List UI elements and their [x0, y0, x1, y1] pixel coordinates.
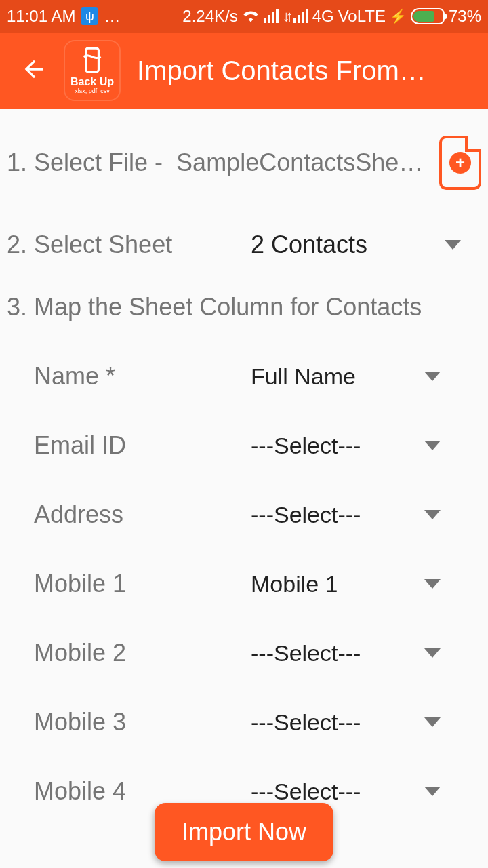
chevron-down-icon — [424, 787, 441, 796]
field-value-address: ---Select--- — [251, 502, 361, 528]
field-label-mobile1: Mobile 1 — [34, 570, 251, 598]
field-label-mobile3: Mobile 3 — [34, 708, 251, 736]
more-icon: … — [104, 7, 121, 26]
field-row-address: Address ---Select--- — [7, 480, 481, 549]
field-row-mobile3: Mobile 3 ---Select--- — [7, 688, 481, 757]
battery-icon — [411, 8, 445, 24]
field-label-mobile2: Mobile 2 — [34, 639, 251, 667]
select-file-label: 1. Select File - — [7, 149, 163, 177]
select-sheet-value: 2 Contacts — [251, 231, 367, 259]
field-dropdown-mobile4[interactable]: ---Select--- — [251, 778, 481, 805]
signal-icon — [264, 9, 279, 23]
field-row-mobile2: Mobile 2 ---Select--- — [7, 618, 481, 688]
charging-icon: ⚡ — [390, 8, 407, 24]
chevron-down-icon — [424, 648, 441, 658]
chevron-down-icon — [424, 717, 441, 727]
app-bar: Back Up xlsx, pdf, csv Import Contacts F… — [0, 33, 488, 108]
app-logo-title: Back Up — [70, 76, 114, 88]
field-value-mobile3: ---Select--- — [251, 709, 361, 736]
network-type: 4G — [312, 7, 334, 26]
data-arrows-icon: ↓↑ — [283, 7, 289, 25]
field-dropdown-mobile2[interactable]: ---Select--- — [251, 640, 481, 667]
svg-rect-0 — [86, 48, 99, 72]
content: 1. Select File - SampleContactsShee… + 2… — [0, 108, 488, 826]
map-columns-title: 3. Map the Sheet Column for Contacts — [7, 293, 481, 342]
selected-file-name: SampleContactsShee… — [176, 149, 426, 177]
field-row-name: Name * Full Name — [7, 342, 481, 411]
field-row-email: Email ID ---Select--- — [7, 411, 481, 480]
app-logo-icon: Back Up xlsx, pdf, csv — [64, 40, 121, 101]
add-file-button[interactable]: + — [439, 136, 481, 190]
field-value-mobile4: ---Select--- — [251, 778, 361, 805]
plus-icon: + — [449, 152, 471, 174]
field-value-mobile1: Mobile 1 — [251, 571, 338, 597]
field-dropdown-email[interactable]: ---Select--- — [251, 433, 481, 459]
wifi-icon — [242, 6, 260, 27]
field-label-address: Address — [34, 500, 251, 529]
chevron-down-icon — [445, 240, 461, 250]
select-file-row: 1. Select File - SampleContactsShee… + — [7, 108, 481, 217]
field-value-name: Full Name — [251, 363, 356, 390]
select-sheet-dropdown[interactable]: 2 Contacts — [251, 231, 481, 259]
chevron-down-icon — [424, 372, 441, 381]
app-logo-subtitle: xlsx, pdf, csv — [75, 88, 110, 95]
select-sheet-label: 2. Select Sheet — [7, 231, 251, 259]
field-label-email: Email ID — [34, 431, 251, 460]
field-dropdown-name[interactable]: Full Name — [251, 363, 481, 390]
status-speed: 2.24K/s — [182, 7, 237, 26]
field-label-name: Name * — [34, 362, 251, 391]
signal-icon-2 — [293, 9, 308, 23]
field-label-mobile4: Mobile 4 — [34, 777, 251, 806]
battery-percent: 73% — [449, 7, 481, 26]
status-bar: 11:01 AM ψ … 2.24K/s ↓↑ 4G VoLTE ⚡ 73% — [0, 0, 488, 33]
field-dropdown-mobile3[interactable]: ---Select--- — [251, 709, 481, 736]
import-now-button[interactable]: Import Now — [155, 803, 333, 861]
page-title: Import Contacts From… — [137, 56, 481, 86]
back-icon[interactable] — [20, 56, 47, 85]
field-row-mobile1: Mobile 1 Mobile 1 — [7, 549, 481, 618]
field-value-mobile2: ---Select--- — [251, 640, 361, 667]
field-dropdown-address[interactable]: ---Select--- — [251, 502, 481, 528]
chevron-down-icon — [424, 510, 441, 519]
chevron-down-icon — [424, 441, 441, 450]
status-left: 11:01 AM ψ … — [7, 7, 121, 26]
status-time: 11:01 AM — [7, 7, 75, 26]
select-sheet-row: 2. Select Sheet 2 Contacts — [7, 217, 481, 293]
field-dropdown-mobile1[interactable]: Mobile 1 — [251, 571, 481, 597]
field-value-email: ---Select--- — [251, 433, 361, 459]
chevron-down-icon — [424, 579, 441, 589]
usb-icon: ψ — [81, 7, 98, 25]
volte-label: VoLTE — [338, 7, 386, 26]
status-right: 2.24K/s ↓↑ 4G VoLTE ⚡ 73% — [182, 6, 481, 27]
